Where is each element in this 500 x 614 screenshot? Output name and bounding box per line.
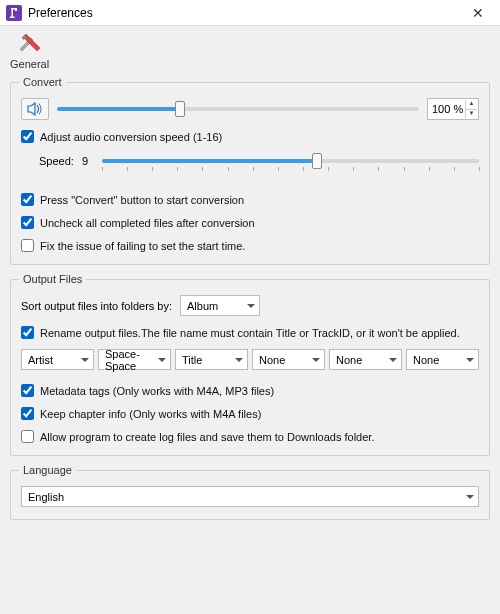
fix-issue-checkbox[interactable]: Fix the issue of failing to set the star… — [21, 239, 245, 252]
app-icon — [6, 5, 22, 21]
tools-icon — [16, 32, 44, 56]
field-2-select[interactable]: Space-Space — [98, 349, 171, 370]
chevron-down-icon — [247, 304, 255, 308]
uncheck-completed-label: Uncheck all completed files after conver… — [40, 217, 255, 229]
language-value: English — [28, 491, 64, 503]
language-group: Language English — [10, 464, 490, 520]
chevron-down-icon — [81, 358, 89, 362]
chevron-down-icon — [466, 358, 474, 362]
log-label: Allow program to create log files and sa… — [40, 431, 374, 443]
field-6-select[interactable]: None — [406, 349, 479, 370]
general-tab-label: General — [10, 58, 49, 70]
volume-slider[interactable] — [57, 101, 419, 117]
metadata-checkbox[interactable]: Metadata tags (Only works with M4A, MP3 … — [21, 384, 274, 397]
field-1-select[interactable]: Artist — [21, 349, 94, 370]
sort-select[interactable]: Album — [180, 295, 260, 316]
fix-issue-label: Fix the issue of failing to set the star… — [40, 240, 245, 252]
rename-label: Rename output files.The file name must c… — [40, 327, 460, 339]
metadata-label: Metadata tags (Only works with M4A, MP3 … — [40, 385, 274, 397]
window-title: Preferences — [28, 6, 460, 20]
chevron-down-icon — [466, 495, 474, 499]
language-legend: Language — [19, 464, 76, 476]
sort-label: Sort output files into folders by: — [21, 300, 172, 312]
press-convert-checkbox[interactable]: Press "Convert" button to start conversi… — [21, 193, 244, 206]
speaker-button[interactable] — [21, 98, 49, 120]
log-checkbox[interactable]: Allow program to create log files and sa… — [21, 430, 374, 443]
uncheck-completed-checkbox[interactable]: Uncheck all completed files after conver… — [21, 216, 255, 229]
adjust-speed-label: Adjust audio conversion speed (1-16) — [40, 131, 222, 143]
chapter-label: Keep chapter info (Only works with M4A f… — [40, 408, 261, 420]
press-convert-label: Press "Convert" button to start conversi… — [40, 194, 244, 206]
speed-label: Speed: — [39, 155, 74, 167]
volume-spinner[interactable]: 100 % ▲ ▼ — [427, 98, 479, 120]
close-button[interactable]: ✕ — [460, 5, 496, 21]
field-5-select[interactable]: None — [329, 349, 402, 370]
convert-group: Convert 100 % ▲ ▼ — [10, 76, 490, 265]
sort-value: Album — [187, 300, 218, 312]
volume-value: 100 % — [432, 103, 463, 115]
convert-legend: Convert — [19, 76, 66, 88]
field-3-select[interactable]: Title — [175, 349, 248, 370]
adjust-speed-checkbox[interactable]: Adjust audio conversion speed (1-16) — [21, 130, 222, 143]
chapter-checkbox[interactable]: Keep chapter info (Only works with M4A f… — [21, 407, 261, 420]
output-files-legend: Output Files — [19, 273, 86, 285]
chevron-down-icon — [312, 358, 320, 362]
category-toolbar: General — [10, 32, 490, 70]
chevron-down-icon — [235, 358, 243, 362]
rename-checkbox[interactable]: Rename output files.The file name must c… — [21, 326, 460, 339]
output-files-group: Output Files Sort output files into fold… — [10, 273, 490, 456]
speaker-icon — [27, 102, 43, 116]
language-select[interactable]: English — [21, 486, 479, 507]
general-tab[interactable]: General — [10, 32, 49, 70]
speed-value: 9 — [82, 155, 94, 167]
volume-up[interactable]: ▲ — [465, 100, 477, 110]
speed-slider[interactable] — [102, 153, 479, 169]
volume-down[interactable]: ▼ — [465, 110, 477, 119]
filename-fields: Artist Space-Space Title None None None — [21, 349, 479, 370]
chevron-down-icon — [158, 358, 166, 362]
field-4-select[interactable]: None — [252, 349, 325, 370]
chevron-down-icon — [389, 358, 397, 362]
title-bar: Preferences ✕ — [0, 0, 500, 26]
